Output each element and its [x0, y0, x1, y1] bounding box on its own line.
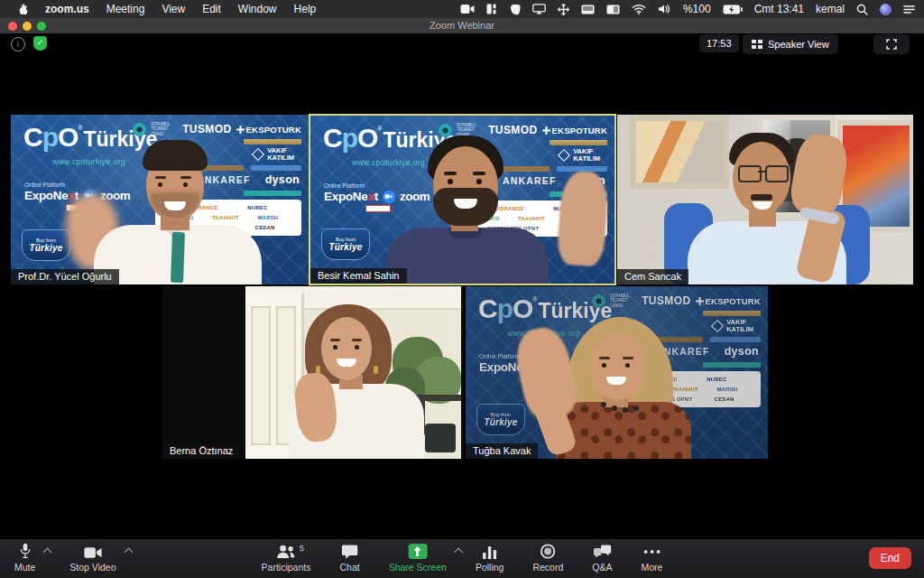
eye	[448, 179, 453, 184]
video-options-caret[interactable]	[124, 548, 133, 557]
mute-label: Mute	[14, 562, 35, 573]
participant-name-label: Prof.Dr. Yücel Oğurlu	[11, 269, 119, 284]
portrait-video-area	[245, 286, 461, 459]
eye	[158, 182, 162, 187]
participant-name-label: Berna Öztınaz	[162, 443, 240, 459]
eyebrow	[155, 176, 166, 179]
meeting-stage: i ✓ 17:53 Speaker View CpO®Türkiye www.c…	[0, 33, 924, 539]
qa-button[interactable]: Q&A	[592, 544, 612, 573]
move-tool-icon[interactable]	[558, 3, 569, 15]
split-view-icon[interactable]	[486, 3, 498, 15]
encryption-shield-icon[interactable]: ✓	[33, 36, 47, 51]
menu-zoom-us[interactable]: zoom.us	[45, 3, 89, 15]
share-options-caret[interactable]	[454, 548, 463, 557]
share-screen-button[interactable]: Share Screen	[389, 544, 447, 573]
menu-window[interactable]: Window	[238, 3, 277, 15]
face	[433, 146, 498, 226]
window-manager-icon[interactable]	[606, 3, 620, 15]
zoom-webinar-screen: zoom.us Meeting View Edit Window Help %1…	[0, 0, 924, 578]
notification-center-icon[interactable]	[903, 3, 915, 15]
eyebrow	[352, 339, 362, 341]
wifi-icon[interactable]	[632, 3, 646, 15]
airplay-icon[interactable]	[532, 3, 546, 15]
fullscreen-icon	[886, 39, 897, 50]
keyboard-icon[interactable]	[581, 3, 595, 15]
record-circle-icon	[541, 544, 556, 559]
eye	[602, 363, 606, 368]
chat-button[interactable]: Chat	[339, 544, 359, 573]
waving-hand	[556, 170, 609, 266]
glasses-lens	[738, 165, 762, 182]
eye	[625, 363, 630, 368]
apple-menu-icon[interactable]	[16, 3, 28, 15]
camera-status-icon[interactable]	[460, 3, 475, 15]
eyebrow	[330, 339, 340, 341]
video-tile-tugba-kavak[interactable]: CpO®Türkiye www.cpoturkiye.org Online Pl…	[466, 286, 768, 459]
waving-hand	[511, 323, 581, 423]
patterned-top	[556, 402, 691, 459]
menu-username[interactable]: kemal	[816, 3, 845, 15]
evernote-icon[interactable]	[510, 3, 521, 15]
record-label: Record	[532, 562, 563, 573]
chat-label: Chat	[339, 562, 359, 573]
smile	[606, 377, 626, 385]
smile	[337, 359, 356, 367]
glasses-lens	[765, 165, 789, 182]
spotlight-search-icon[interactable]	[856, 3, 868, 15]
menu-help[interactable]: Help	[294, 3, 317, 15]
menu-meeting[interactable]: Meeting	[106, 3, 145, 15]
gallery-grid-icon	[752, 40, 762, 49]
siri-icon[interactable]	[880, 4, 892, 15]
earring	[374, 366, 378, 374]
polling-button[interactable]: Polling	[476, 544, 504, 573]
eyebrow	[599, 357, 610, 359]
face	[321, 317, 372, 380]
menu-view[interactable]: View	[162, 3, 185, 15]
participants-button[interactable]: 5 Participants	[262, 544, 311, 573]
polling-bars-icon	[483, 544, 497, 559]
video-tile-berna-oztinaz[interactable]: Berna Öztınaz	[162, 286, 464, 459]
meeting-timer: 17:53	[699, 34, 739, 52]
mute-options-caret[interactable]	[43, 548, 52, 557]
more-dots-icon	[643, 544, 660, 559]
necklace	[601, 402, 606, 407]
eye	[183, 182, 188, 187]
participant-person	[11, 115, 309, 284]
window-title-bar: Zoom Webinar	[0, 18, 924, 33]
stop-video-label: Stop Video	[69, 562, 116, 573]
menu-edit[interactable]: Edit	[202, 3, 221, 15]
end-meeting-button[interactable]: End	[869, 547, 911, 569]
speaker-view-button[interactable]: Speaker View	[743, 34, 838, 54]
stop-video-button[interactable]: Stop Video	[69, 544, 116, 573]
share-screen-icon	[408, 544, 427, 559]
microphone-icon	[19, 544, 32, 559]
eyebrow	[473, 172, 485, 175]
window-title: Zoom Webinar	[0, 20, 924, 31]
participant-name-label: Cem Sancak	[617, 269, 688, 284]
menu-clock[interactable]: Cmt 13:41	[754, 3, 804, 15]
hair	[143, 140, 208, 171]
glasses-bridge	[758, 171, 766, 172]
window-pane	[251, 306, 271, 445]
battery-icon[interactable]	[723, 3, 743, 15]
qa-label: Q&A	[592, 562, 612, 573]
eyebrow	[180, 176, 191, 179]
mute-button[interactable]: Mute	[14, 544, 35, 573]
meeting-info-icon[interactable]: i	[11, 37, 25, 51]
video-tile-yucel-ogurlu[interactable]: CpO®Türkiye www.cpoturkiye.org Online Pl…	[11, 115, 309, 284]
video-tile-cem-sancak[interactable]: Cem Sancak	[617, 115, 913, 284]
macos-menu-bar: zoom.us Meeting View Edit Window Help %1…	[0, 0, 924, 18]
volume-icon[interactable]	[658, 3, 671, 15]
face	[590, 333, 644, 400]
smile	[753, 201, 772, 210]
meeting-controls-toolbar: Mute Stop Video 5 Participants Chat	[0, 539, 924, 578]
participant-person	[310, 116, 614, 284]
more-button[interactable]: More	[641, 544, 662, 573]
record-button[interactable]: Record	[532, 544, 563, 573]
participants-count-badge: 5	[300, 543, 304, 553]
video-tile-besir-kemal-sahin-active[interactable]: CpO®Türkiye www.cpoturkiye.org Online Pl…	[309, 114, 616, 285]
participant-name-label: Tuğba Kavak	[466, 443, 538, 459]
tie	[171, 232, 185, 283]
fullscreen-button[interactable]	[873, 34, 910, 54]
eye	[476, 179, 482, 184]
